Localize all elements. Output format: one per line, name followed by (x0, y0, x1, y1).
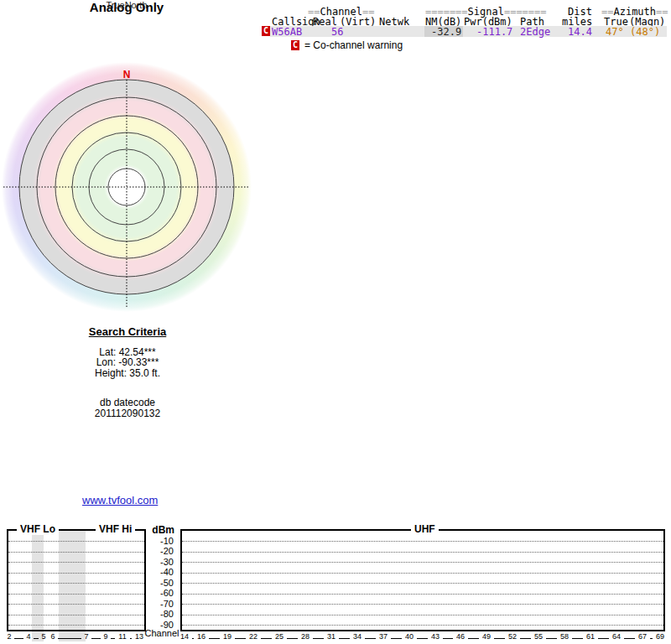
tick-dash (130, 638, 133, 639)
cell-azimuth-true: 47° (606, 27, 624, 37)
x-tick-label: 25 (271, 632, 288, 641)
tick-dash (287, 638, 299, 639)
tick-dash (494, 638, 506, 639)
longitude-value: Lon: -90.33*** (34, 357, 221, 368)
y-tick-label: -20 (143, 546, 174, 557)
tick-dash (624, 638, 636, 639)
tick-dash (111, 638, 116, 639)
x-tick-label: 69 (652, 632, 668, 641)
tick-dash (339, 638, 351, 639)
tick-dash (235, 638, 247, 639)
x-tick-label: 43 (427, 632, 444, 641)
gridline (182, 573, 663, 574)
vhf-hi-label: VHF Hi (96, 523, 135, 535)
vhf-lo-label: VHF Lo (17, 523, 59, 535)
uhf-panel (180, 529, 665, 631)
tick-dash (209, 638, 221, 639)
gridline (8, 573, 144, 574)
tick-dash (520, 638, 532, 639)
x-tick-label: 2 (1, 632, 18, 641)
y-tick-label: -10 (143, 536, 174, 547)
tick-dash (91, 638, 101, 639)
legend-text: = Co-channel warning (304, 40, 403, 51)
gridline (182, 625, 663, 626)
gridline (8, 541, 144, 542)
radar-grid (2, 62, 252, 312)
gridline (8, 625, 144, 626)
gridline (182, 583, 663, 584)
gridline (8, 604, 144, 605)
search-criteria: Search Criteria Lat: 42.54*** Lon: -90.3… (34, 327, 221, 418)
x-tick-label: 49 (478, 632, 495, 641)
y-tick-label: -90 (143, 620, 174, 631)
gridline (182, 562, 663, 563)
gridline (182, 615, 663, 615)
y-tick-label: -50 (143, 578, 174, 589)
uhf-label: UHF (411, 523, 439, 535)
x-tick-label: 34 (349, 632, 366, 641)
tick-dash (546, 638, 558, 639)
x-tick-label: 9 (97, 632, 114, 641)
tvfool-link[interactable]: www.tvfool.com (82, 494, 158, 506)
x-tick-label: 40 (401, 632, 418, 641)
x-tick-label: 58 (556, 632, 573, 641)
radar-plot: N (2, 62, 252, 312)
true-north-label: TrueNorth (0, 0, 253, 10)
tick-dash (443, 638, 454, 639)
x-tick-label: 4 (20, 632, 37, 641)
tick-dash (598, 638, 610, 639)
gridline (8, 615, 144, 615)
x-tick-label: 61 (582, 632, 599, 641)
x-tick-label: 14 (176, 632, 193, 641)
tick-dash (192, 638, 195, 639)
co-channel-warning-icon: C (262, 26, 270, 36)
x-tick-label: 28 (297, 632, 314, 641)
cell-azimuth-magn: (48°) (630, 27, 660, 37)
tick-dash (313, 638, 325, 639)
y-axis-unit: dBm (143, 524, 174, 536)
gridline (182, 594, 663, 595)
x-tick-label: 22 (245, 632, 262, 641)
gridline (8, 583, 144, 584)
north-symbol: N (2, 69, 252, 80)
gridline (182, 604, 663, 605)
tick-dash (650, 638, 653, 639)
tick-dash (391, 638, 403, 639)
legend-warning-icon: C (291, 40, 299, 50)
x-tick-label: 7 (78, 632, 95, 641)
tick-dash (572, 638, 584, 639)
tvfool-report: ==Channel=========Signal=======Dist==Azi… (0, 0, 671, 644)
vhf-panel (7, 529, 146, 631)
tick-dash (14, 638, 23, 639)
cell-nm-db: -32.9 (431, 27, 461, 37)
db-datecode-value: 201112090132 (34, 408, 221, 419)
cell-dist-miles: 14.4 (568, 27, 592, 37)
x-tick-label: 52 (504, 632, 521, 641)
height-value: Height: 35.0 ft. (34, 368, 221, 379)
y-tick-label: -40 (143, 567, 174, 578)
x-tick-label: 11 (114, 632, 131, 641)
y-tick-label: -80 (143, 609, 174, 620)
x-tick-label: 46 (452, 632, 469, 641)
db-datecode-label: db datecode (34, 397, 221, 408)
y-tick-label: -70 (143, 599, 174, 610)
x-tick-label: 67 (634, 632, 651, 641)
x-tick-label: 13 (131, 632, 148, 641)
x-tick-label: 31 (323, 632, 340, 641)
cell-channel-real: 56 (331, 27, 343, 37)
tick-dash (58, 638, 81, 639)
tick-dash (417, 638, 429, 639)
gridline (8, 562, 144, 563)
gridline (182, 552, 663, 553)
x-tick-label: 64 (608, 632, 625, 641)
gridline (182, 541, 663, 542)
tick-dash (468, 638, 480, 639)
x-tick-label: 6 (44, 632, 61, 641)
cell-callsign: W56AB (272, 27, 302, 37)
search-criteria-heading: Search Criteria (34, 327, 221, 338)
gridline (8, 594, 144, 595)
x-tick-label: 37 (375, 632, 392, 641)
tick-dash (34, 638, 39, 639)
x-tick-label: 19 (219, 632, 236, 641)
y-tick-label: -60 (143, 588, 174, 599)
